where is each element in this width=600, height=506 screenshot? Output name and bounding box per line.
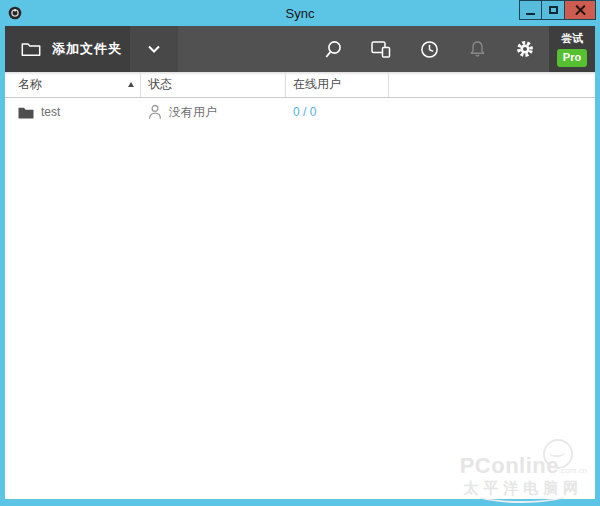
app-window: Sync 添加文件夹 [0,0,600,506]
gear-icon [515,39,535,59]
watermark-subtitle: 太平洋电脑网 [460,480,587,495]
watermark-brand: PConline [460,453,559,478]
table-header: 名称 状态 在线用户 [5,72,595,98]
notifications-button[interactable] [453,26,501,72]
sort-ascending-icon [128,82,134,87]
chevron-down-icon [148,45,160,53]
minimize-button[interactable] [519,0,542,20]
pro-badge: Pro [557,49,587,66]
add-folder-button[interactable]: 添加文件夹 [5,26,130,72]
window-content: 添加文件夹 [5,26,595,499]
history-button[interactable] [405,26,453,72]
window-controls [519,0,596,20]
toolbar: 添加文件夹 [5,26,595,72]
column-label: 在线用户 [293,76,341,93]
devices-button[interactable] [357,26,405,72]
column-header-empty [389,72,595,97]
column-header-status[interactable]: 状态 [141,72,286,97]
folder-online-cell: 0 / 0 [286,98,389,126]
close-icon [575,5,586,16]
sync-logo-icon [8,6,22,20]
column-header-online-users[interactable]: 在线用户 [286,72,389,97]
try-pro-button[interactable]: 尝试 Pro [549,26,595,72]
column-header-name[interactable]: 名称 [5,72,141,97]
search-button[interactable] [309,26,357,72]
add-folder-dropdown-button[interactable] [130,26,178,72]
folder-icon [18,106,34,119]
toolbar-spacer [178,26,309,72]
titlebar: Sync [0,0,600,26]
window-title: Sync [0,6,600,21]
close-button[interactable] [565,0,596,20]
maximize-button[interactable] [542,0,565,20]
minimize-icon [526,13,535,15]
globe-icon [543,439,573,469]
column-label: 状态 [148,76,172,93]
folder-list-empty-area: PConline.com.cn 太平洋电脑网 [5,126,595,499]
clock-icon [420,40,439,59]
folder-status: 没有用户 [169,104,217,121]
try-label: 尝试 [561,31,583,46]
folder-status-cell: 没有用户 [141,98,286,126]
online-users-link[interactable]: 0 / 0 [293,105,316,119]
table-row[interactable]: test 没有用户 0 / 0 [5,98,595,126]
folder-name: test [41,105,60,119]
column-label: 名称 [18,76,42,93]
pconline-watermark: PConline.com.cn 太平洋电脑网 [460,455,587,495]
search-icon [324,40,343,59]
add-folder-label: 添加文件夹 [52,40,122,58]
watermark-domain: .com.cn [559,466,587,475]
settings-button[interactable] [501,26,549,72]
folder-name-cell: test [5,98,141,126]
user-icon [148,104,162,120]
maximize-icon [549,6,558,14]
folder-outline-icon [21,41,41,57]
bell-icon [469,40,486,58]
devices-icon [371,41,391,58]
